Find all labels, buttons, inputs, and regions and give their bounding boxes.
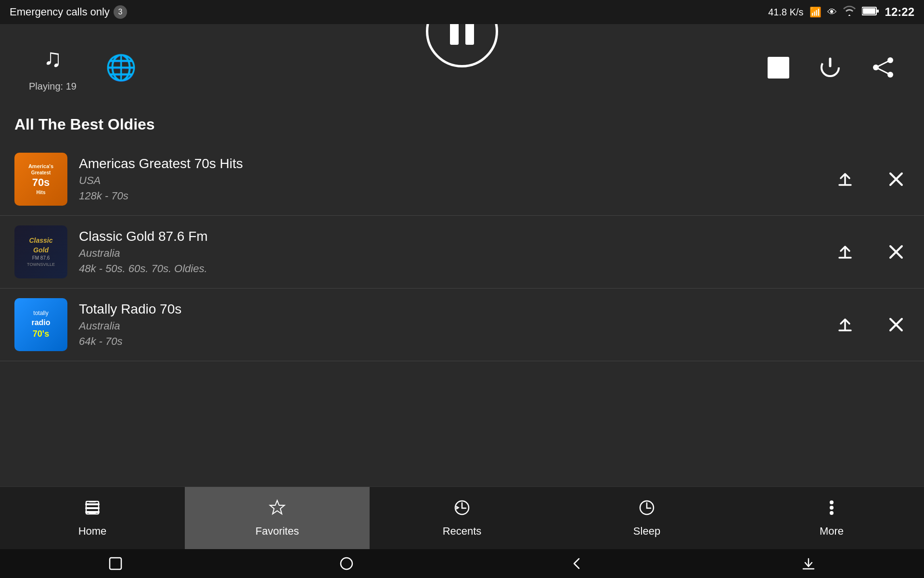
upload-button[interactable] bbox=[832, 311, 859, 338]
share-button[interactable] bbox=[871, 55, 895, 79]
nav-sleep[interactable]: Sleep bbox=[554, 487, 739, 549]
home-icon bbox=[83, 499, 102, 521]
radio-actions bbox=[832, 238, 910, 265]
svg-line-8 bbox=[876, 60, 890, 67]
radio-item: totally radio 70's Totally Radio 70s Aus… bbox=[0, 289, 924, 361]
svg-point-31 bbox=[830, 500, 834, 504]
svg-rect-23 bbox=[85, 507, 100, 509]
remove-button[interactable] bbox=[883, 238, 910, 265]
svg-rect-27 bbox=[89, 513, 96, 514]
upload-button[interactable] bbox=[832, 238, 859, 265]
svg-line-9 bbox=[876, 67, 890, 75]
system-nav-back[interactable] bbox=[570, 556, 585, 571]
radio-item: America's Greatest 70s Hits Americas Gre… bbox=[0, 143, 924, 216]
svg-rect-34 bbox=[110, 558, 121, 569]
radio-thumb-classic-gold[interactable]: Classic Gold FM 87.6 TOWNSVILLE bbox=[14, 225, 67, 278]
close-icon bbox=[887, 243, 905, 261]
system-nav-bar bbox=[0, 549, 924, 578]
radio-country: Australia bbox=[79, 247, 820, 260]
radio-thumb-americas[interactable]: America's Greatest 70s Hits bbox=[14, 153, 67, 206]
upload-icon bbox=[836, 243, 854, 261]
nav-favorites[interactable]: Favorites bbox=[185, 487, 370, 549]
radio-country: Australia bbox=[79, 320, 820, 332]
radio-name: Classic Gold 87.6 Fm bbox=[79, 229, 820, 244]
wifi-icon bbox=[843, 6, 856, 19]
music-icon-area: ♫ Playing: 19 bbox=[29, 43, 77, 92]
radio-country: USA bbox=[79, 174, 820, 187]
sleep-icon bbox=[638, 499, 656, 521]
status-bar-right: 41.8 K/s 📶 👁 12:22 bbox=[768, 5, 914, 19]
sleep-label: Sleep bbox=[633, 525, 660, 538]
network-speed: 41.8 K/s bbox=[768, 7, 803, 18]
favorites-icon bbox=[268, 499, 286, 521]
top-controls-bar: ♫ Playing: 19 🌐 bbox=[0, 24, 924, 111]
section-title: All The Best Oldies bbox=[14, 116, 155, 133]
system-nav-home[interactable] bbox=[339, 556, 354, 571]
radio-info-americas: Americas Greatest 70s Hits USA 128k - 70… bbox=[79, 156, 820, 202]
visibility-icon: 👁 bbox=[827, 7, 837, 18]
recents-label: Recents bbox=[443, 525, 482, 538]
svg-rect-24 bbox=[85, 511, 100, 513]
svg-rect-22 bbox=[85, 503, 100, 505]
notification-badge: 3 bbox=[114, 5, 127, 19]
svg-rect-1 bbox=[876, 10, 879, 13]
bottom-nav: Home Favorites Recents Sleep bbox=[0, 486, 924, 549]
nav-more[interactable]: More bbox=[739, 487, 924, 549]
upload-button[interactable] bbox=[832, 166, 859, 193]
more-icon bbox=[829, 499, 834, 521]
battery-icon bbox=[862, 6, 879, 18]
emergency-calls-text: Emergency calls only bbox=[10, 6, 110, 18]
power-button[interactable] bbox=[818, 55, 842, 79]
radio-meta: 48k - 50s. 60s. 70s. Oldies. bbox=[79, 263, 820, 275]
favorites-label: Favorites bbox=[256, 525, 299, 538]
radio-meta: 64k - 70s bbox=[79, 335, 820, 348]
radio-name: Americas Greatest 70s Hits bbox=[79, 156, 820, 171]
recents-icon bbox=[453, 499, 471, 521]
section-title-bar: All The Best Oldies bbox=[0, 111, 924, 143]
status-bar: Emergency calls only 3 41.8 K/s 📶 👁 12:2… bbox=[0, 0, 924, 24]
globe-button[interactable]: 🌐 bbox=[105, 53, 137, 82]
upload-icon bbox=[836, 316, 854, 333]
radio-thumb-totally-radio[interactable]: totally radio 70's bbox=[14, 298, 67, 351]
svg-marker-28 bbox=[270, 500, 284, 514]
upload-icon bbox=[836, 171, 854, 188]
radio-actions bbox=[832, 166, 910, 193]
svg-rect-26 bbox=[89, 501, 96, 502]
svg-rect-2 bbox=[863, 8, 875, 14]
power-icon bbox=[818, 55, 842, 79]
music-note-icon: ♫ bbox=[43, 43, 62, 72]
remove-button[interactable] bbox=[883, 166, 910, 193]
svg-point-33 bbox=[830, 511, 834, 515]
nav-home[interactable]: Home bbox=[0, 487, 185, 549]
nav-recents[interactable]: Recents bbox=[370, 487, 554, 549]
remove-button[interactable] bbox=[883, 311, 910, 338]
stop-button[interactable] bbox=[768, 57, 789, 79]
close-icon bbox=[887, 316, 905, 333]
close-icon bbox=[887, 171, 905, 188]
home-label: Home bbox=[78, 525, 107, 538]
svg-point-35 bbox=[341, 558, 352, 569]
playing-label: Playing: 19 bbox=[29, 81, 77, 92]
radio-item: Classic Gold FM 87.6 TOWNSVILLE Classic … bbox=[0, 216, 924, 289]
radio-name: Totally Radio 70s bbox=[79, 302, 820, 317]
globe-icon: 🌐 bbox=[105, 53, 137, 82]
system-nav-download[interactable] bbox=[801, 556, 816, 571]
left-controls: ♫ Playing: 19 🌐 bbox=[29, 43, 137, 92]
time-display: 12:22 bbox=[885, 5, 914, 19]
radio-info-totally-radio: Totally Radio 70s Australia 64k - 70s bbox=[79, 302, 820, 348]
more-label: More bbox=[820, 525, 844, 538]
right-controls bbox=[768, 55, 895, 79]
status-bar-left: Emergency calls only 3 bbox=[10, 5, 127, 19]
system-nav-square[interactable] bbox=[108, 556, 123, 571]
radio-list: America's Greatest 70s Hits Americas Gre… bbox=[0, 143, 924, 361]
radio-actions bbox=[832, 311, 910, 338]
bluetooth-icon: 📶 bbox=[809, 6, 821, 18]
radio-info-classic-gold: Classic Gold 87.6 Fm Australia 48k - 50s… bbox=[79, 229, 820, 275]
share-icon bbox=[871, 55, 895, 79]
stop-icon bbox=[768, 57, 789, 79]
radio-meta: 128k - 70s bbox=[79, 190, 820, 202]
svg-point-32 bbox=[830, 506, 834, 510]
